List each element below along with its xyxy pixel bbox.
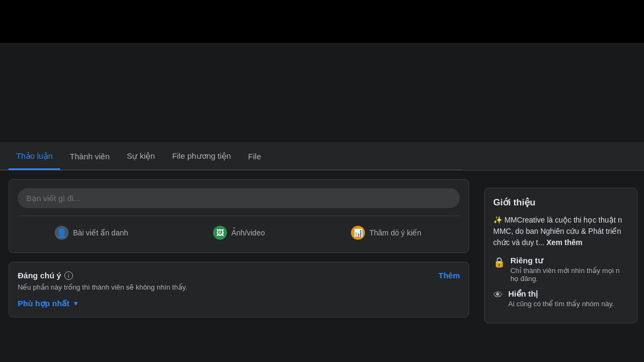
eye-icon: 👁 [493,290,503,301]
private-label: Riêng tư [510,256,628,265]
sidebar-private-item: 🔒 Riêng tư Chỉ thành viên mới nhìn thấy … [493,256,628,283]
lock-icon: 🔒 [493,256,505,268]
sidebar-private-content: Riêng tư Chỉ thành viên mới nhìn thấy mọ… [510,256,628,283]
tab-file-phuong-tien[interactable]: File phương tiện [165,143,239,170]
photo-button[interactable]: 🖼 Ảnh/video [165,221,313,244]
sidebar-visible-item: 👁 Hiển thị Ai cũng có thể tìm thấy nhóm … [493,289,628,308]
notable-section: Đáng chú ý i Thêm Nếu phần này trống thì… [9,262,469,317]
see-more-link[interactable]: Xem thêm [546,238,582,247]
sidebar-card: Giới thiệu ✨ MMCreative là cuộc thi học … [484,188,638,323]
top-banner [0,0,644,43]
sort-label: Phù hợp nhất [18,299,69,308]
notable-title-row: Đáng chú ý i [18,271,73,280]
photo-icon: 🖼 [213,226,227,240]
poll-label: Thăm dò ý kiến [369,228,421,237]
sort-button[interactable]: Phù hợp nhất ▼ [18,299,79,308]
sort-row: Phù hợp nhất ▼ [18,299,460,308]
notable-header: Đáng chú ý i Thêm [18,271,460,280]
post-box: 👤 Bài viết ẩn danh 🖼 Ảnh/video 📊 Thăm dò… [9,179,469,253]
them-link[interactable]: Thêm [438,271,460,280]
main-content: 👤 Bài viết ẩn danh 🖼 Ảnh/video 📊 Thăm dò… [0,179,478,324]
sidebar-visible-content: Hiển thị Ai cũng có thể tìm thấy nhóm nà… [508,289,614,308]
anon-icon: 👤 [55,226,69,240]
sidebar-intro-title: Giới thiệu [493,197,628,208]
visible-desc: Ai cũng có thể tìm thấy nhóm này. [508,300,614,308]
info-icon[interactable]: i [64,271,73,280]
anon-label: Bài viết ẩn danh [73,228,128,237]
post-input-row [18,188,460,208]
right-sidebar: Giới thiệu ✨ MMCreative là cuộc thi học … [478,179,644,324]
post-actions: 👤 Bài viết ẩn danh 🖼 Ảnh/video 📊 Thăm dò… [18,216,460,244]
poll-icon: 📊 [351,226,365,240]
tab-thao-luan[interactable]: Thảo luận [9,143,60,170]
sidebar-intro-text: ✨ MMCreative là cuộc thi học thuật n MMC… [493,215,628,248]
notable-desc: Nếu phần này trống thì thành viên sẽ khô… [18,283,460,291]
poll-button[interactable]: 📊 Thăm dò ý kiến [312,221,460,244]
tab-thanh-vien[interactable]: Thành viên [62,143,117,170]
tab-file[interactable]: File [240,143,268,170]
chevron-down-icon: ▼ [72,300,79,307]
anon-post-button[interactable]: 👤 Bài viết ẩn danh [18,221,165,244]
notable-title: Đáng chú ý [18,271,61,280]
post-input[interactable] [18,188,460,208]
tabs-bar: Thảo luận Thành viên Sự kiện File phương… [0,142,644,171]
tab-su-kien[interactable]: Sự kiện [119,143,162,170]
cover-area [0,43,644,142]
photo-label: Ảnh/video [231,228,265,237]
visible-label: Hiển thị [508,289,614,299]
private-desc: Chỉ thành viên mới nhìn thấy mọi n họ đă… [510,267,628,283]
content-row: 👤 Bài viết ẩn danh 🖼 Ảnh/video 📊 Thăm dò… [0,171,644,324]
